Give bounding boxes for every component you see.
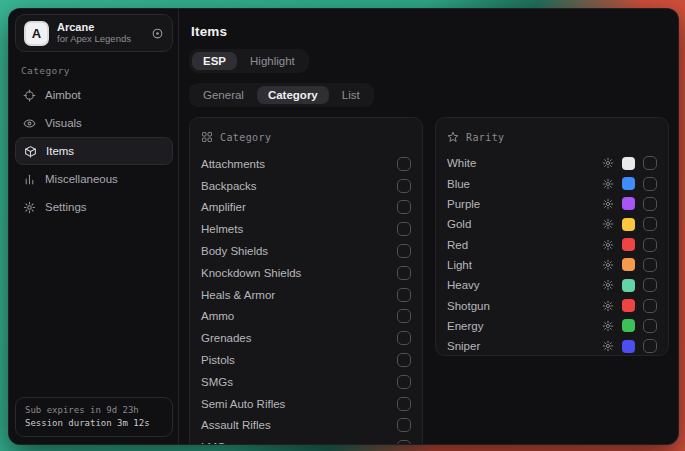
category-row: Body Shields [201,240,411,262]
category-row-label: Helmets [201,223,243,235]
rarity-color-swatch[interactable] [622,279,635,292]
category-checkbox[interactable] [397,331,411,345]
rarity-color-swatch[interactable] [622,157,635,170]
rarity-checkbox[interactable] [643,278,657,292]
rarity-color-swatch[interactable] [622,319,635,332]
rarity-row-label: Energy [447,320,483,332]
rarity-row: Purple [447,194,657,214]
category-row: LMGs [201,436,411,445]
category-row-label: Assault Rifles [201,419,271,431]
rarity-checkbox[interactable] [643,258,657,272]
category-checkbox[interactable] [397,418,411,432]
brand-settings-icon[interactable] [151,27,164,40]
category-checkbox[interactable] [397,309,411,323]
eye-icon [23,117,36,130]
rarity-color-swatch[interactable] [622,197,635,210]
rarity-color-swatch[interactable] [622,258,635,271]
category-row-label: Knockdown Shields [201,267,301,279]
rarity-row: Shotgun [447,295,657,315]
rarity-row-label: Sniper [447,340,480,352]
view-tabbar: General Category List [189,83,374,107]
tab-esp[interactable]: ESP [192,52,237,70]
category-checkbox[interactable] [397,440,411,445]
rarity-row-label: Purple [447,198,480,210]
category-row: Grenades [201,327,411,349]
brand-title: Arcane [57,21,143,34]
category-checkbox[interactable] [397,266,411,280]
sidebar-item-aimbot[interactable]: Aimbot [15,81,173,109]
rarity-row: White [447,153,657,173]
sidebar-item-visuals[interactable]: Visuals [15,109,173,137]
rarity-checkbox[interactable] [643,177,657,191]
sidebar: A Arcane for Apex Legends Category Aimbo… [9,9,179,444]
tab-list[interactable]: List [331,86,371,104]
category-checkbox[interactable] [397,397,411,411]
rarity-row: Light [447,255,657,275]
rarity-color-swatch[interactable] [622,299,635,312]
rarity-settings-icon[interactable] [602,239,614,251]
rarity-settings-icon[interactable] [602,320,614,332]
rarity-list: White [447,153,657,356]
rarity-checkbox[interactable] [643,217,657,231]
rarity-row-label: Red [447,239,468,251]
rarity-row: Energy [447,316,657,336]
rarity-color-swatch[interactable] [622,218,635,231]
category-checkbox[interactable] [397,288,411,302]
tab-category[interactable]: Category [257,86,329,104]
category-row: Ammo [201,306,411,328]
rarity-panel-title: Rarity [466,132,505,143]
rarity-settings-icon[interactable] [602,279,614,291]
category-row: SMGs [201,371,411,393]
tab-highlight[interactable]: Highlight [239,52,306,70]
rarity-color-swatch[interactable] [622,238,635,251]
category-checkbox[interactable] [397,353,411,367]
rarity-settings-icon[interactable] [602,340,614,352]
rarity-settings-icon[interactable] [602,300,614,312]
category-checkbox[interactable] [397,222,411,236]
rarity-checkbox[interactable] [643,238,657,252]
rarity-settings-icon[interactable] [602,198,614,210]
rarity-panel: Rarity White [435,117,669,356]
rarity-color-swatch[interactable] [622,177,635,190]
category-checkbox[interactable] [397,157,411,171]
package-icon [24,145,37,158]
rarity-settings-icon[interactable] [602,218,614,230]
rarity-color-swatch[interactable] [622,340,635,353]
category-row-label: Ammo [201,310,234,322]
category-row-label: Amplifier [201,201,246,213]
rarity-checkbox[interactable] [643,339,657,353]
rarity-checkbox[interactable] [643,319,657,333]
category-row-label: Backpacks [201,180,257,192]
sidebar-section-label: Category [21,65,70,76]
mode-tabbar: ESP Highlight [189,49,309,73]
rarity-settings-icon[interactable] [602,157,614,169]
session-duration-text: Session duration 3m 12s [25,417,163,430]
category-checkbox[interactable] [397,200,411,214]
sidebar-item-miscellaneous[interactable]: Miscellaneous [15,165,173,193]
category-checkbox[interactable] [397,179,411,193]
sidebar-item-items[interactable]: Items [15,137,173,165]
category-panel: Category Attachments Backpacks Ampl [189,117,423,445]
rarity-settings-icon[interactable] [602,178,614,190]
sidebar-item-settings[interactable]: Settings [15,193,173,221]
sidebar-item-label: Items [46,145,74,157]
subscription-info: Sub expires in 9d 23h Session duration 3… [15,397,173,437]
tab-general[interactable]: General [192,86,255,104]
category-row-label: Heals & Armor [201,289,275,301]
rarity-settings-icon[interactable] [602,259,614,271]
brand-logo: A [24,21,49,46]
bar-chart-icon [23,173,36,186]
rarity-checkbox[interactable] [643,197,657,211]
rarity-checkbox[interactable] [643,299,657,313]
rarity-row-label: Heavy [447,279,480,291]
category-row: Backpacks [201,175,411,197]
brand-subtitle: for Apex Legends [57,34,143,45]
gear-icon [23,201,36,214]
rarity-row-label: Shotgun [447,300,490,312]
category-row-label: Grenades [201,332,252,344]
rarity-checkbox[interactable] [643,156,657,170]
category-checkbox[interactable] [397,375,411,389]
grid-icon [201,131,213,143]
category-list: Attachments Backpacks Amplifier [201,153,411,445]
category-checkbox[interactable] [397,244,411,258]
